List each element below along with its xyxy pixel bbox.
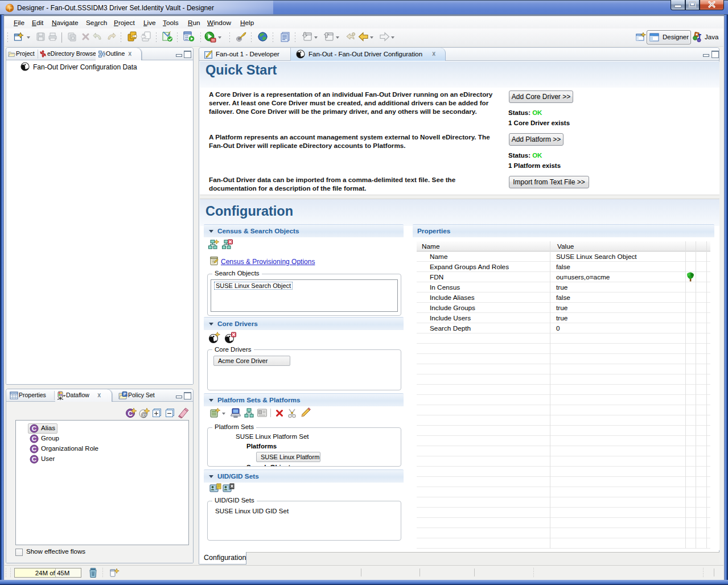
svg-text:P: P: [124, 392, 126, 397]
svg-text:C: C: [32, 446, 36, 452]
svg-text:C: C: [32, 435, 36, 442]
svg-text:C: C: [32, 456, 36, 463]
svg-text:C: C: [32, 425, 36, 432]
